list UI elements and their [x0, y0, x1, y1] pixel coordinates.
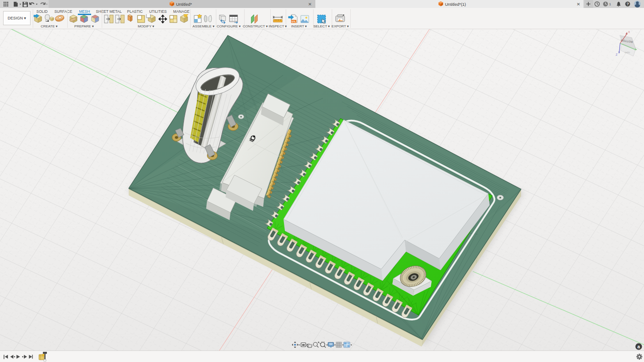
svg-text:1: 1 — [609, 2, 611, 6]
svg-text:LEFT: LEFT — [625, 51, 630, 54]
svg-text:a: a — [637, 344, 640, 349]
svg-text:?: ? — [627, 2, 629, 6]
svg-text:X: X — [628, 30, 630, 34]
svg-text:Z: Z — [616, 53, 617, 56]
svg-text:STL: STL — [291, 20, 296, 23]
